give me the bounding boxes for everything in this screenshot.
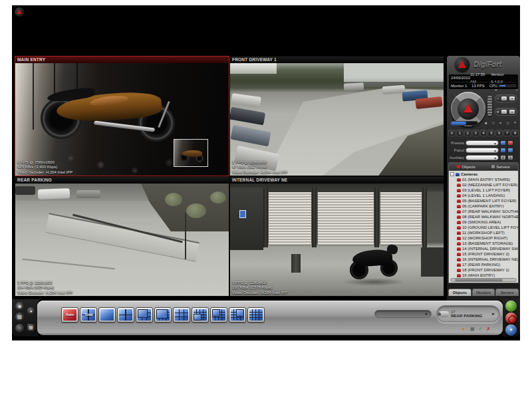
ptz-wheel[interactable] <box>487 96 492 116</box>
confirm-icon[interactable]: ✓ <box>479 326 483 332</box>
preset-8-button[interactable]: 8 <box>511 130 519 136</box>
layout-1plus12-tl-button[interactable] <box>210 307 227 323</box>
slider-right-arrow[interactable]: ► <box>424 311 430 317</box>
camera-tree-item[interactable]: 10 (GROUND LEVEL LIFT FOYER) <box>450 225 518 230</box>
bottom-tab-servers[interactable]: Servers <box>495 289 519 296</box>
camera-icon <box>457 242 461 245</box>
auxiliary-dropdown[interactable]: ▼ <box>466 155 499 160</box>
layout-4x4-button[interactable] <box>247 307 265 323</box>
zoom-out-button[interactable]: - <box>501 96 507 101</box>
layout-total-button[interactable]: Total <box>80 307 97 323</box>
monitor-icon[interactable]: ▦ <box>470 326 475 332</box>
camera-tree-item[interactable]: 02 (MEZZANINE LIFT FOYER) <box>450 182 518 188</box>
picture-in-picture-thumbnail[interactable] <box>174 139 208 167</box>
preset-6-button[interactable]: 6 <box>495 130 503 136</box>
layout-2x2-button[interactable] <box>117 307 134 323</box>
viewport-title: REAR PARKING <box>15 177 229 184</box>
layout-1plus7-button[interactable] <box>154 307 172 323</box>
camera-tree-item[interactable]: 08 (REAR WALKWAY NORTHEAST) <box>450 214 518 219</box>
view-icon[interactable]: ○ <box>15 324 24 332</box>
camera-tree-item[interactable]: 16 (INTERNAL DRIVEWAY NE) <box>450 257 518 262</box>
auxiliary-label: Auxiliary <box>447 156 466 160</box>
preset-go-button[interactable] <box>500 140 506 146</box>
camera-tree-item[interactable]: 01 (MAIN ENTRY STAIRS) <box>450 177 518 182</box>
focus-near-button[interactable]: - <box>501 109 507 114</box>
viewport-main-entry[interactable]: 6 FPS @ 2560x1600 425 KB/s (3,400 Kbps) … <box>15 56 229 176</box>
auxiliary-off-button[interactable]: 0 <box>500 155 506 160</box>
snapshot-icon[interactable]: ◉ <box>15 302 24 311</box>
camera-tree-item[interactable]: 04 (LEVEL 1 LANDING) <box>450 193 518 198</box>
preset-0-button[interactable]: 0 <box>448 130 456 136</box>
record-button[interactable] <box>505 313 517 324</box>
stat-line: 47 KB/s (392 Kbps) <box>232 165 287 170</box>
layout-1plus12-tr-button[interactable] <box>229 307 246 323</box>
bottom-tab-objects[interactable]: Objects <box>448 289 471 296</box>
preset-4-button[interactable]: 4 <box>480 130 487 136</box>
zoom-tool-icon[interactable]: ○ <box>490 120 496 126</box>
camera-tree-item[interactable]: 19 (MAIN ENTRY) <box>450 273 518 278</box>
next-camera-arrow[interactable]: ► <box>491 312 497 316</box>
viewport-rear-parking[interactable]: 3 FPS @ 1280x800 114 KB/s (935 Kbps) Vid… <box>15 176 229 297</box>
print-icon[interactable]: ▦ <box>15 313 24 321</box>
camera-tree-item[interactable]: 03 (LEVEL 1 LIFT FOYER) <box>450 188 518 193</box>
layout-1x1-button[interactable] <box>98 307 116 323</box>
ptz-joystick-knob[interactable] <box>458 98 479 120</box>
status-row-1: 24/06/2010 11:17:55 AM Version 6.4.0.0 <box>451 74 516 82</box>
tree-horizontal-scrollbar[interactable] <box>450 278 517 282</box>
preset-5-button[interactable]: 5 <box>487 130 495 136</box>
parked-car <box>15 186 35 195</box>
cancel-icon[interactable]: ✗ <box>486 326 490 332</box>
preset-1-button[interactable]: 1 <box>456 130 464 136</box>
presets-dropdown[interactable]: ▼ <box>466 140 499 146</box>
camera-tree-item[interactable]: 09 (SMOKING AREA) <box>450 219 518 225</box>
layout-3x3-button[interactable] <box>173 307 190 323</box>
layout-auto-button[interactable]: Auto <box>61 307 78 323</box>
viewport-internal-driveway-ne[interactable]: 3 FPS @ 1280x800 192 KB/s (1,576 Kbps) V… <box>229 176 444 297</box>
camera-tree-item[interactable]: 17 (REAR PARKING) <box>450 262 518 267</box>
eject-icon[interactable]: ► <box>462 326 466 332</box>
tab-objects[interactable]: Objects <box>449 163 483 170</box>
parked-car <box>38 188 70 200</box>
patrol-stop-button[interactable] <box>507 148 513 153</box>
camera-tree-item[interactable]: 15 (FRONT DRIVEWAY 2) <box>450 251 518 257</box>
camera-tree-item[interactable]: 13 (BASEMENT STORAGE) <box>450 241 518 246</box>
bottom-tab-monitors[interactable]: Monitors <box>472 289 495 296</box>
wrench-icon[interactable]: + <box>512 120 518 126</box>
lock-icon[interactable]: ▪ <box>497 120 503 126</box>
camera-tree-item[interactable]: 07 (REAR WALKWAY SOUTHWEST) <box>450 209 518 214</box>
layout-1plus5-button[interactable] <box>136 307 153 323</box>
joystick-icon[interactable]: ● <box>483 120 489 126</box>
collapse-icon[interactable]: - <box>450 172 454 176</box>
connect-button[interactable] <box>505 301 517 312</box>
zoom-in-button[interactable]: + <box>509 96 515 101</box>
camera-tree-item[interactable]: 18 (FRONT DRIVEWAY 1) <box>450 267 518 273</box>
focus-far-button[interactable]: + <box>509 109 515 114</box>
export-button[interactable]: ▼ <box>505 325 517 336</box>
tab-servers[interactable]: Servers <box>483 163 518 170</box>
patrol-dropdown[interactable]: ▼ <box>466 148 499 153</box>
auxiliary-on-button[interactable]: 1 <box>507 155 513 160</box>
camera-tree-item[interactable]: 12 (WORKSHOP RIGHT) <box>450 235 518 241</box>
camera-tree-item[interactable]: 14 (INTERNAL DRIVEWAY SW) <box>450 246 518 251</box>
preset-7-button[interactable]: 7 <box>503 130 511 136</box>
sky <box>230 63 277 74</box>
scrollbar-thumb[interactable] <box>455 279 503 281</box>
preset-save-button[interactable] <box>507 140 513 146</box>
home-icon[interactable]: ⌂ <box>505 120 511 126</box>
camera-cycle-slider[interactable]: ► <box>374 310 432 318</box>
tree-root-cameras[interactable]: - Cameras <box>450 172 518 177</box>
camera-tree-item[interactable]: 06 (CARPARK ENTRY) <box>450 203 518 209</box>
camera-tree-item[interactable]: 05 (BASEMENT LIFT FOYER) <box>450 198 518 203</box>
selected-camera-panel[interactable]: 17 REAR PARKING ► <box>436 305 500 323</box>
preset-2-button[interactable]: 2 <box>464 130 471 136</box>
viewport-front-driveway-1[interactable]: 2 FPS @ 1280x800 47 KB/s (392 Kbps) Vide… <box>229 56 444 176</box>
camera-icon <box>457 221 461 224</box>
camera-tree-item[interactable]: 11 (WORKSHOP LEFT) <box>450 230 518 235</box>
patrol-row: Patrol ▼ <box>447 147 520 153</box>
preset-3-button[interactable]: 3 <box>472 130 479 136</box>
layout-1plus12-bl-button[interactable] <box>192 307 209 323</box>
patrol-start-button[interactable] <box>500 148 506 153</box>
settings-icon[interactable]: ● <box>27 307 35 315</box>
ptz-speed-slider[interactable] <box>450 121 478 126</box>
mosaic-icon[interactable]: ▦ <box>27 324 35 331</box>
